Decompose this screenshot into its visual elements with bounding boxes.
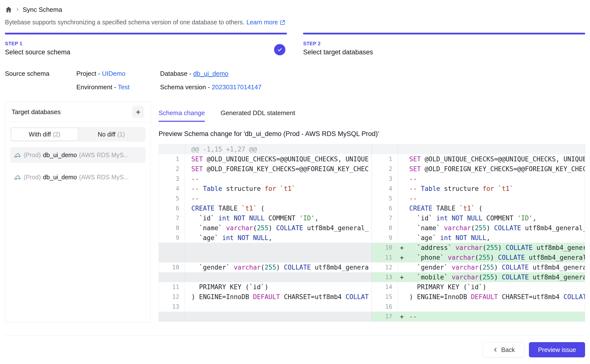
target-databases-header: Target databases + [5, 102, 150, 122]
line-number: 3 [159, 174, 185, 184]
diff-row-ctx-2: 2SET @OLD_FOREIGN_KEY_CHECKS=@@FOREIGN_K… [372, 164, 585, 174]
tab-no-diff[interactable]: No diff (1) [78, 128, 145, 141]
external-link-icon [279, 19, 285, 25]
line-number: 13 [372, 272, 398, 282]
environment-label: Environment - [76, 83, 118, 91]
step-2-progress-bar [303, 33, 585, 34]
diff-pane-target: 1SET @OLD_UNIQUE_CHECKS=@@UNIQUE_CHECKS,… [372, 144, 585, 321]
database-name: db_ui_demo [43, 152, 77, 159]
line-number: 12 [159, 292, 185, 302]
diff-marker: + [400, 244, 409, 251]
diff-row-ctx-6: 6CREATE TABLE `t1` ( [159, 203, 372, 213]
project-label: Project - [76, 70, 102, 77]
diff-row-ctx-5: 5-- [372, 194, 585, 203]
with-diff-label: With diff [29, 131, 51, 138]
diff-row-header: @@ -1,15 +1,27 @@ [159, 144, 372, 154]
breadcrumb: › Sync Schema [5, 5, 585, 14]
diff-row-ctx-13: 13 [159, 302, 372, 312]
code-line: `age` int NOT NULL, [398, 234, 585, 242]
diff-row-spacer [159, 272, 372, 282]
diff-row-ctx-7: 7 `id` int NOT NULL COMMENT 'ID', [159, 213, 372, 223]
line-number [159, 312, 185, 321]
back-button[interactable]: Back [483, 342, 524, 357]
code-line: + `mobile` varchar(255) COLLATE utf8mb4_… [398, 273, 585, 281]
environment-link[interactable]: Test [118, 83, 130, 91]
preview-title: Preview Schema change for 'db_ui_demo (P… [159, 130, 585, 138]
step-1-eyebrow: STEP 1 [5, 41, 287, 46]
preview-issue-label: Preview issue [538, 346, 576, 353]
line-number: 15 [372, 292, 398, 302]
code-line: PRIMARY KEY (`id`) [398, 283, 585, 291]
diff-row-ctx-10: 10 `gender` varchar(255) COLLATE utf8mb4… [159, 262, 372, 272]
page-description: Bytebase supports synchronizing a specif… [5, 19, 585, 26]
diff-row-ctx-3: 3-- [159, 174, 372, 184]
diff-row-ctx-2: 2SET @OLD_FOREIGN_KEY_CHECKS=@@FOREIGN_K… [159, 164, 372, 174]
mysql-icon [14, 173, 21, 181]
line-number [159, 243, 185, 253]
schema-version-field: Schema version - 20230317014147 [160, 83, 585, 91]
code-line: `gender` varchar(255) COLLATE utf8mb4_ge… [185, 264, 372, 271]
database-instance: (AWS RDS MyS... [79, 152, 129, 159]
tab-schema-change[interactable]: Schema change [159, 109, 205, 122]
database-list-item[interactable]: (Prod) db_ui_demo (AWS RDS MyS... [10, 147, 146, 163]
step-1-completed-badge [274, 44, 285, 55]
diff-row-ctx-1: 1SET @OLD_UNIQUE_CHECKS=@@UNIQUE_CHECKS,… [159, 154, 372, 164]
schema-version-link[interactable]: 20230317014147 [212, 83, 262, 91]
line-number [159, 253, 185, 262]
code-line: + `address` varchar(255) COLLATE utf8mb4… [398, 244, 585, 251]
database-link[interactable]: db_ui_demo [193, 70, 228, 77]
home-icon[interactable] [5, 6, 12, 13]
database-list-item[interactable]: (Prod) db_ui_demo (AWS RDS MyS... [10, 169, 146, 185]
diff-row-ctx-16: 16 [372, 302, 585, 312]
diff-row-spacer [159, 243, 372, 253]
line-number [372, 144, 398, 154]
code-line: -- [398, 195, 585, 202]
project-field: Project - UIDemo [76, 70, 160, 77]
step-2: STEP 2 Select target databases [303, 33, 585, 56]
line-number: 4 [159, 184, 185, 194]
tab-generated-ddl[interactable]: Generated DDL statement [221, 109, 295, 122]
database-name: db_ui_demo [43, 174, 77, 181]
with-diff-count: (2) [53, 131, 61, 138]
line-number: 8 [372, 223, 398, 233]
code-line: -- [398, 175, 585, 182]
diff-row-add-10: 10+ `address` varchar(255) COLLATE utf8m… [372, 243, 585, 253]
project-link[interactable]: UIDemo [102, 70, 125, 77]
code-line: `age` int NOT NULL, [185, 234, 372, 242]
preview-issue-button[interactable]: Preview issue [529, 342, 585, 357]
line-number: 11 [159, 282, 185, 292]
panel-divider [5, 122, 150, 122]
diff-row-ctx-7: 7 `id` int NOT NULL COMMENT 'ID', [372, 213, 585, 223]
diff-row-add-17: 17+-- [372, 312, 585, 321]
step-1-progress-bar [5, 33, 287, 34]
tab-with-diff[interactable]: With diff (2) [11, 128, 78, 141]
footer-actions: Back Preview issue [5, 342, 585, 357]
diff-marker: + [400, 254, 409, 261]
diff-row-ctx-8: 8 `name` varchar(255) COLLATE utf8mb4_ge… [159, 223, 372, 233]
line-number: 7 [372, 213, 398, 223]
code-line: `name` varchar(255) COLLATE utf8mb4_gene… [398, 224, 585, 232]
diff-row-ctx-15: 15) ENGINE=InnoDB DEFAULT CHARSET=utf8mb… [372, 292, 585, 302]
database-environment: (Prod) [24, 174, 41, 181]
sync-schema-page: › Sync Schema Bytebase supports synchron… [0, 0, 590, 357]
database-field: Database - db_ui_demo [160, 70, 585, 77]
diff-filter-toggle: With diff (2) No diff (1) [10, 127, 146, 142]
code-line [398, 146, 585, 153]
database-instance: (AWS RDS MyS... [79, 174, 129, 181]
code-line: + `phone` varchar(255) COLLATE utf8mb4_g… [398, 254, 585, 261]
code-line: `id` int NOT NULL COMMENT 'ID', [185, 214, 372, 222]
line-number: 17 [372, 312, 398, 321]
add-target-database-button[interactable]: + [132, 106, 144, 118]
line-number [159, 272, 185, 282]
line-number: 7 [159, 213, 185, 223]
description-text: Bytebase supports synchronizing a specif… [5, 19, 245, 26]
learn-more-link[interactable]: Learn more [246, 19, 285, 26]
diff-row-ctx-11: 11 PRIMARY KEY (`id`) [159, 282, 372, 292]
line-number: 4 [372, 184, 398, 194]
step-2-eyebrow: STEP 2 [303, 41, 585, 46]
chevron-left-icon [492, 347, 499, 353]
line-number: 11 [372, 253, 398, 262]
schema-diff-viewer: @@ -1,15 +1,27 @@1SET @OLD_UNIQUE_CHECKS… [159, 144, 585, 322]
line-number [159, 144, 185, 154]
line-number: 1 [159, 154, 185, 164]
